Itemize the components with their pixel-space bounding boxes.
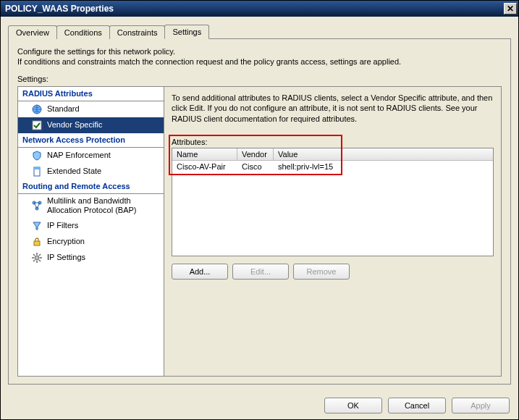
group-radius-attributes: RADIUS Attributes: [18, 87, 164, 101]
svg-rect-3: [34, 167, 40, 169]
table-row[interactable]: Cisco-AV-Pair Cisco shell:priv-lvl=15: [172, 161, 493, 172]
sidebar-item-label: Standard: [47, 104, 80, 114]
lock-icon: [31, 236, 43, 248]
titlebar: POLICY_WAAS Properties ✕: [1, 1, 518, 17]
sidebar-item-encryption[interactable]: Encryption: [18, 234, 164, 250]
sidebar-item-ip-settings[interactable]: IP Settings: [18, 250, 164, 266]
funnel-icon: [31, 220, 43, 232]
close-button[interactable]: ✕: [504, 3, 517, 14]
svg-line-14: [39, 260, 41, 261]
sidebar-item-nap-enforcement[interactable]: NAP Enforcement: [18, 148, 164, 164]
group-nap: Network Access Protection: [18, 133, 164, 148]
gear-icon: [31, 252, 43, 264]
svg-line-13: [33, 254, 35, 256]
client-area: Overview Conditions Constraints Settings…: [1, 17, 518, 392]
svg-line-15: [39, 254, 41, 256]
remove-button[interactable]: Remove: [293, 264, 350, 280]
sidebar-item-label: NAP Enforcement: [47, 151, 111, 161]
attributes-listview[interactable]: Name Vendor Value Cisco-AV-Pair Cisco sh…: [172, 148, 494, 256]
cancel-button[interactable]: Cancel: [388, 398, 446, 413]
tab-panel-settings: Configure the settings for this network …: [8, 38, 511, 385]
instructions-line2: If conditions and constraints match the …: [17, 56, 502, 67]
sidebar-item-label: IP Settings: [47, 253, 85, 263]
sidebar-item-label: Vendor Specific: [47, 120, 102, 130]
column-value[interactable]: Value: [274, 148, 493, 160]
check-icon: [31, 119, 43, 131]
ok-button[interactable]: OK: [324, 398, 382, 413]
svg-line-16: [33, 260, 35, 261]
sidebar-item-ip-filters[interactable]: IP Filters: [18, 218, 164, 234]
column-vendor[interactable]: Vendor: [237, 148, 274, 160]
sidebar-item-vendor-specific[interactable]: Vendor Specific: [18, 117, 164, 133]
sidebar-item-label: Encryption: [47, 237, 85, 247]
close-icon: ✕: [507, 4, 514, 13]
dialog-footer: OK Cancel Apply: [1, 392, 518, 419]
column-name[interactable]: Name: [172, 148, 237, 160]
split-body: RADIUS Attributes Standard Vendor Specif…: [17, 86, 502, 377]
instructions-line1: Configure the settings for this network …: [17, 46, 502, 56]
document-icon: [31, 166, 43, 177]
svg-rect-7: [34, 241, 40, 245]
cell-vendor: Cisco: [237, 161, 274, 172]
sidebar-item-multilink-bap[interactable]: Multilink and Bandwidth Allocation Proto…: [18, 194, 164, 219]
attributes-label: Attributes:: [172, 138, 494, 146]
svg-rect-1: [33, 121, 41, 130]
cell-name: Cisco-AV-Pair: [172, 161, 237, 172]
sidebar-item-label: Multilink and Bandwidth Allocation Proto…: [47, 196, 159, 217]
right-pane: To send additional attributes to RADIUS …: [164, 87, 501, 376]
properties-window: POLICY_WAAS Properties ✕ Overview Condit…: [0, 0, 519, 420]
sidebar: RADIUS Attributes Standard Vendor Specif…: [18, 87, 164, 376]
shield-icon: [31, 150, 43, 161]
cell-value: shell:priv-lvl=15: [274, 161, 493, 172]
tab-strip: Overview Conditions Constraints Settings: [8, 22, 511, 38]
apply-button[interactable]: Apply: [452, 398, 510, 413]
window-title: POLICY_WAAS Properties: [5, 4, 504, 14]
attributes-section: Attributes: Name Vendor Value Cisco-AV-P…: [172, 138, 494, 280]
tab-conditions[interactable]: Conditions: [56, 25, 110, 39]
tab-overview[interactable]: Overview: [8, 25, 57, 39]
svg-point-8: [35, 256, 39, 260]
edit-button[interactable]: Edit...: [232, 264, 289, 280]
listview-header: Name Vendor Value: [172, 148, 493, 161]
instructions: Configure the settings for this network …: [17, 46, 502, 67]
sidebar-item-label: Extended State: [47, 167, 101, 177]
tab-settings[interactable]: Settings: [164, 25, 209, 39]
add-button[interactable]: Add...: [172, 264, 228, 280]
attribute-buttons: Add... Edit... Remove: [172, 264, 494, 280]
sidebar-item-extended-state[interactable]: Extended State: [18, 164, 164, 180]
sidebar-item-standard[interactable]: Standard: [18, 101, 164, 117]
tab-constraints[interactable]: Constraints: [109, 25, 166, 39]
network-icon: [31, 200, 43, 211]
settings-label: Settings:: [17, 75, 502, 83]
group-rras: Routing and Remote Access: [18, 180, 164, 194]
vendor-specific-description: To send additional attributes to RADIUS …: [172, 93, 494, 125]
sidebar-item-label: IP Filters: [47, 221, 78, 231]
globe-icon: [31, 104, 43, 115]
